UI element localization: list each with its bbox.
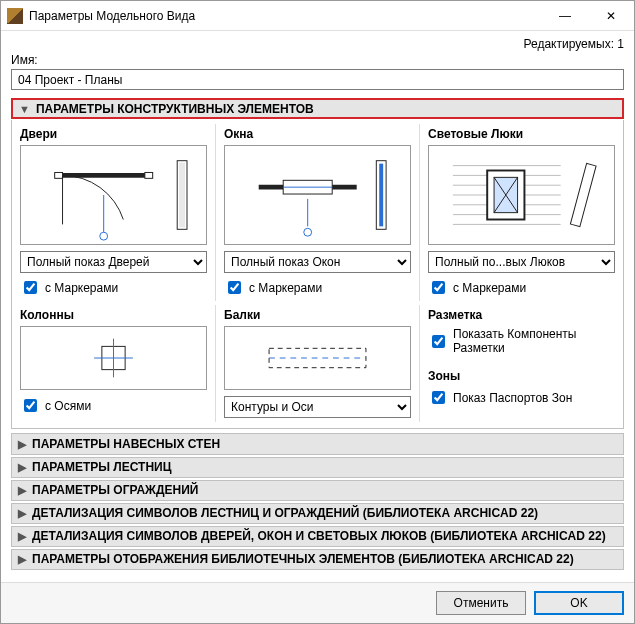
name-input[interactable] <box>11 69 624 90</box>
ok-button[interactable]: OK <box>534 591 624 615</box>
section-collapsed-1[interactable]: ▶ ПАРАМЕТРЫ ЛЕСТНИЦ <box>11 457 624 478</box>
section-collapsed-2[interactable]: ▶ ПАРАМЕТРЫ ОГРАЖДЕНИЙ <box>11 480 624 501</box>
columns-axes-label: с Осями <box>45 399 91 413</box>
section-collapsed-0[interactable]: ▶ ПАРАМЕТРЫ НАВЕСНЫХ СТЕН <box>11 433 624 454</box>
chevron-right-icon: ▶ <box>18 438 26 451</box>
windows-label: Окна <box>224 127 411 141</box>
windows-cell: Окна Полный показ Окон <box>215 124 419 301</box>
skylights-label: Световые Люки <box>428 127 615 141</box>
windows-markers-checkbox[interactable]: с Маркерами <box>224 278 411 297</box>
dialog-footer: Отменить OK <box>1 582 634 623</box>
zones-checkbox[interactable]: Показ Паспортов Зон <box>428 388 615 407</box>
svg-rect-1 <box>55 173 63 179</box>
doors-markers-label: с Маркерами <box>45 281 118 295</box>
markup-chk-label: Показать Компоненты Разметки <box>453 327 615 355</box>
section-constructive-header[interactable]: ▼ ПАРАМЕТРЫ КОНСТРУКТИВНЫХ ЭЛЕМЕНТОВ <box>11 98 624 119</box>
dialog-content: Редактируемых: 1 Имя: ▼ ПАРАМЕТРЫ КОНСТР… <box>1 31 634 582</box>
minimize-button[interactable]: — <box>542 1 588 31</box>
zones-chk-label: Показ Паспортов Зон <box>453 391 572 405</box>
markup-zones-cell: Разметка Показать Компоненты Разметки Зо… <box>419 305 623 422</box>
skylights-preview <box>428 145 615 245</box>
doors-label: Двери <box>20 127 207 141</box>
section-collapsed-5[interactable]: ▶ ПАРАМЕТРЫ ОТОБРАЖЕНИЯ БИБЛИОТЕЧНЫХ ЭЛЕ… <box>11 549 624 570</box>
windows-combo[interactable]: Полный показ Окон <box>224 251 411 273</box>
columns-cell: Колонны с Осями <box>12 305 215 422</box>
svg-rect-7 <box>179 163 185 228</box>
svg-rect-26 <box>570 164 596 227</box>
chevron-right-icon: ▶ <box>18 530 26 543</box>
chevron-right-icon: ▶ <box>18 553 26 566</box>
zones-label: Зоны <box>428 369 615 383</box>
name-label: Имя: <box>11 53 624 67</box>
close-button[interactable]: ✕ <box>588 1 634 31</box>
chevron-right-icon: ▶ <box>18 484 26 497</box>
edit-count-label: Редактируемых: 1 <box>11 37 624 51</box>
section-constructive-title: ПАРАМЕТРЫ КОНСТРУКТИВНЫХ ЭЛЕМЕНТОВ <box>36 102 314 116</box>
chevron-right-icon: ▶ <box>18 461 26 474</box>
svg-rect-2 <box>145 173 153 179</box>
zones-input[interactable] <box>432 391 445 404</box>
section-collapsed-3-title: ДЕТАЛИЗАЦИЯ СИМВОЛОВ ЛЕСТНИЦ И ОГРАЖДЕНИ… <box>32 506 538 520</box>
section-collapsed-4-title: ДЕТАЛИЗАЦИЯ СИМВОЛОВ ДВЕРЕЙ, ОКОН И СВЕТ… <box>32 529 606 543</box>
skylights-markers-checkbox[interactable]: с Маркерами <box>428 278 615 297</box>
svg-point-5 <box>100 233 108 241</box>
columns-label: Колонны <box>20 308 207 322</box>
svg-rect-14 <box>379 164 383 227</box>
windows-markers-label: с Маркерами <box>249 281 322 295</box>
section-collapsed-3[interactable]: ▶ ДЕТАЛИЗАЦИЯ СИМВОЛОВ ЛЕСТНИЦ И ОГРАЖДЕ… <box>11 503 624 524</box>
section-collapsed-2-title: ПАРАМЕТРЫ ОГРАЖДЕНИЙ <box>32 483 198 497</box>
windows-markers-input[interactable] <box>228 281 241 294</box>
section-collapsed-0-title: ПАРАМЕТРЫ НАВЕСНЫХ СТЕН <box>32 437 220 451</box>
doors-markers-input[interactable] <box>24 281 37 294</box>
markup-label: Разметка <box>428 308 615 322</box>
section-constructive-body: Двери П <box>11 120 624 429</box>
markup-input[interactable] <box>432 335 445 348</box>
columns-preview <box>20 326 207 390</box>
markup-checkbox[interactable]: Показать Компоненты Разметки <box>428 327 615 355</box>
windows-preview <box>224 145 411 245</box>
skylights-cell: Световые Люки <box>419 124 623 301</box>
columns-axes-checkbox[interactable]: с Осями <box>20 396 207 415</box>
dialog-window: Параметры Модельного Вида — ✕ Редактируе… <box>0 0 635 624</box>
skylights-markers-label: с Маркерами <box>453 281 526 295</box>
doors-markers-checkbox[interactable]: с Маркерами <box>20 278 207 297</box>
skylights-markers-input[interactable] <box>432 281 445 294</box>
beams-label: Балки <box>224 308 411 322</box>
chevron-down-icon: ▼ <box>19 103 30 115</box>
section-collapsed-5-title: ПАРАМЕТРЫ ОТОБРАЖЕНИЯ БИБЛИОТЕЧНЫХ ЭЛЕМЕ… <box>32 552 574 566</box>
section-collapsed-1-title: ПАРАМЕТРЫ ЛЕСТНИЦ <box>32 460 172 474</box>
svg-point-12 <box>304 229 312 237</box>
app-icon <box>7 8 23 24</box>
cancel-button[interactable]: Отменить <box>436 591 526 615</box>
doors-combo[interactable]: Полный показ Дверей <box>20 251 207 273</box>
skylights-combo[interactable]: Полный по...вых Люков <box>428 251 615 273</box>
doors-preview <box>20 145 207 245</box>
section-collapsed-4[interactable]: ▶ ДЕТАЛИЗАЦИЯ СИМВОЛОВ ДВЕРЕЙ, ОКОН И СВ… <box>11 526 624 547</box>
beams-combo[interactable]: Контуры и Оси <box>224 396 411 418</box>
window-title: Параметры Модельного Вида <box>29 9 542 23</box>
chevron-right-icon: ▶ <box>18 507 26 520</box>
titlebar: Параметры Модельного Вида — ✕ <box>1 1 634 31</box>
beams-preview <box>224 326 411 390</box>
beams-cell: Балки Контуры и Оси <box>215 305 419 422</box>
doors-cell: Двери П <box>12 124 215 301</box>
columns-axes-input[interactable] <box>24 399 37 412</box>
